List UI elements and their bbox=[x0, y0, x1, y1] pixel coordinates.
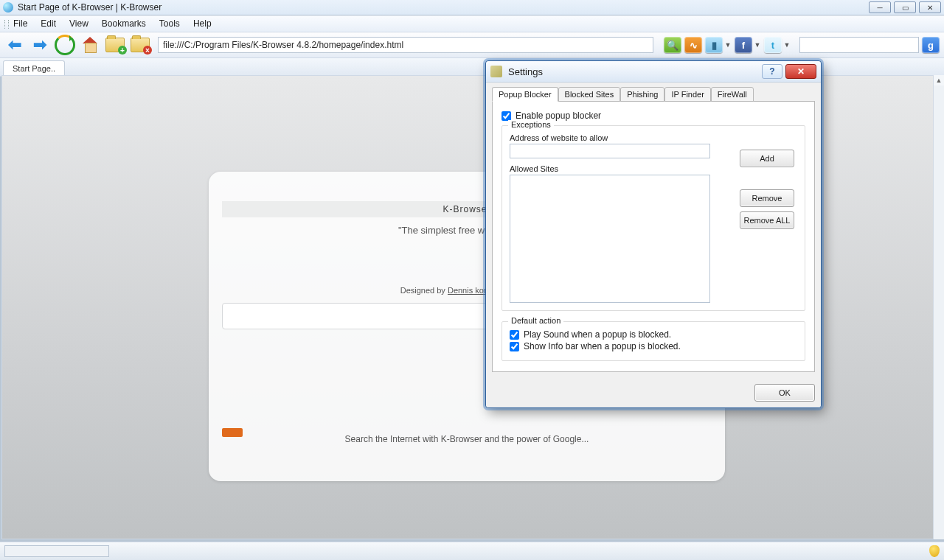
dialog-help-button[interactable]: ? bbox=[762, 64, 782, 79]
dialog-title: Settings bbox=[508, 66, 762, 77]
credit-link[interactable]: Dennis kon. bbox=[448, 286, 490, 295]
home-button[interactable] bbox=[80, 35, 100, 55]
default-action-legend: Default action bbox=[508, 316, 563, 325]
window-title-bar: Start Page of K-Browser | K-Browser ─ ▭ … bbox=[0, 0, 944, 15]
allowed-sites-label: Allowed Sites bbox=[510, 164, 734, 173]
enable-popup-blocker-row[interactable]: Enable popup blocker bbox=[502, 111, 805, 121]
address-input[interactable] bbox=[510, 144, 710, 158]
play-sound-label: Play Sound when a popup is blocked. bbox=[524, 329, 671, 340]
address-bar[interactable]: file:///C:/Program Files/K-Browser 4.8.2… bbox=[158, 37, 653, 53]
dialog-title-bar[interactable]: Settings ? ✕ bbox=[486, 61, 821, 83]
menu-edit[interactable]: Edit bbox=[41, 18, 56, 29]
vertical-scrollbar[interactable]: ▲ bbox=[933, 75, 944, 539]
play-sound-row[interactable]: Play Sound when a popup is blocked. bbox=[510, 329, 797, 340]
app-icon bbox=[3, 2, 13, 13]
facebook-icon[interactable]: f bbox=[735, 37, 752, 53]
security-shield-icon[interactable] bbox=[929, 545, 940, 557]
back-button[interactable]: ⬅ bbox=[4, 35, 25, 55]
tab-start-page[interactable]: Start Page.. bbox=[3, 60, 65, 76]
info-bar-label: Show Info bar when a popup is blocked. bbox=[524, 341, 681, 351]
scroll-up-icon[interactable]: ▲ bbox=[934, 75, 944, 85]
minimize-button[interactable]: ─ bbox=[869, 1, 891, 13]
menu-help[interactable]: Help bbox=[193, 18, 212, 29]
dialog-footer: OK bbox=[486, 378, 821, 407]
address-label: Address of website to allow bbox=[510, 133, 734, 142]
twitter-icon[interactable]: t bbox=[764, 37, 782, 53]
forward-button[interactable]: ➡ bbox=[30, 35, 50, 55]
bookmark-icon[interactable]: ▮ bbox=[705, 37, 723, 53]
allowed-sites-list[interactable] bbox=[510, 175, 710, 303]
credit-prefix: Designed by bbox=[400, 286, 448, 295]
settings-icon bbox=[490, 66, 502, 77]
google-search-box[interactable] bbox=[799, 37, 919, 53]
tab-ip-finder[interactable]: IP Finder bbox=[664, 87, 710, 102]
add-bookmark-button[interactable]: + bbox=[105, 35, 125, 55]
progress-bar bbox=[4, 545, 109, 557]
facebook-dropdown[interactable]: ▼ bbox=[754, 41, 761, 49]
default-action-group: Default action Play Sound when a popup i… bbox=[502, 321, 805, 361]
ok-button[interactable]: OK bbox=[754, 384, 815, 402]
info-bar-row[interactable]: Show Info bar when a popup is blocked. bbox=[510, 341, 797, 351]
enable-popup-blocker-label: Enable popup blocker bbox=[516, 111, 601, 121]
add-button[interactable]: Add bbox=[740, 150, 794, 167]
enable-popup-blocker-checkbox[interactable] bbox=[502, 111, 511, 121]
rss-icon[interactable]: ∿ bbox=[684, 37, 702, 53]
window-close-button[interactable]: ✕ bbox=[919, 1, 941, 13]
play-sound-checkbox[interactable] bbox=[510, 330, 519, 340]
popup-blocker-panel: Enable popup blocker Exceptions Address … bbox=[492, 101, 815, 372]
start-page-footer: Search the Internet with K-Browser and t… bbox=[209, 434, 725, 444]
settings-dialog: Settings ? ✕ Popup Blocker Blocked Sites… bbox=[485, 60, 822, 408]
menu-bookmarks[interactable]: Bookmarks bbox=[102, 18, 146, 29]
info-bar-checkbox[interactable] bbox=[510, 342, 519, 351]
toolbar: ⬅ ➡ + × file:///C:/Program Files/K-Brows… bbox=[0, 32, 944, 58]
menu-bar: File Edit View Bookmarks Tools Help bbox=[0, 15, 944, 32]
dialog-tabs: Popup Blocker Blocked Sites Phishing IP … bbox=[492, 87, 815, 102]
dialog-close-button[interactable]: ✕ bbox=[785, 64, 816, 79]
tab-phishing[interactable]: Phishing bbox=[620, 87, 664, 102]
tab-popup-blocker[interactable]: Popup Blocker bbox=[492, 87, 558, 102]
refresh-button[interactable] bbox=[55, 35, 75, 55]
remove-button[interactable]: Remove bbox=[740, 189, 794, 207]
exceptions-group: Exceptions Address of website to allow A… bbox=[502, 125, 805, 311]
search-icon[interactable]: 🔍 bbox=[664, 37, 681, 53]
menu-tools[interactable]: Tools bbox=[159, 18, 180, 29]
maximize-button[interactable]: ▭ bbox=[894, 1, 916, 13]
address-bar-text: file:///C:/Program Files/K-Browser 4.8.2… bbox=[163, 40, 403, 50]
menu-view[interactable]: View bbox=[69, 18, 88, 29]
tab-blocked-sites[interactable]: Blocked Sites bbox=[558, 87, 621, 102]
remove-all-button[interactable]: Remove ALL bbox=[740, 211, 794, 229]
tab-firewall[interactable]: FireWall bbox=[711, 87, 754, 102]
google-icon[interactable]: g bbox=[922, 37, 940, 53]
status-bar bbox=[0, 542, 944, 560]
exceptions-legend: Exceptions bbox=[508, 120, 554, 129]
bookmark-dropdown[interactable]: ▼ bbox=[724, 41, 732, 49]
remove-bookmark-button[interactable]: × bbox=[130, 35, 150, 55]
menu-file[interactable]: File bbox=[4, 18, 27, 29]
window-title: Start Page of K-Browser | K-Browser bbox=[18, 2, 869, 13]
twitter-dropdown[interactable]: ▼ bbox=[783, 41, 791, 49]
